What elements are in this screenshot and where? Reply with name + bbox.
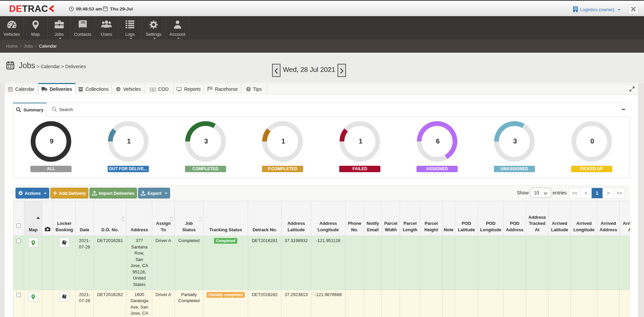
svg-text:?: ? — [247, 87, 249, 91]
